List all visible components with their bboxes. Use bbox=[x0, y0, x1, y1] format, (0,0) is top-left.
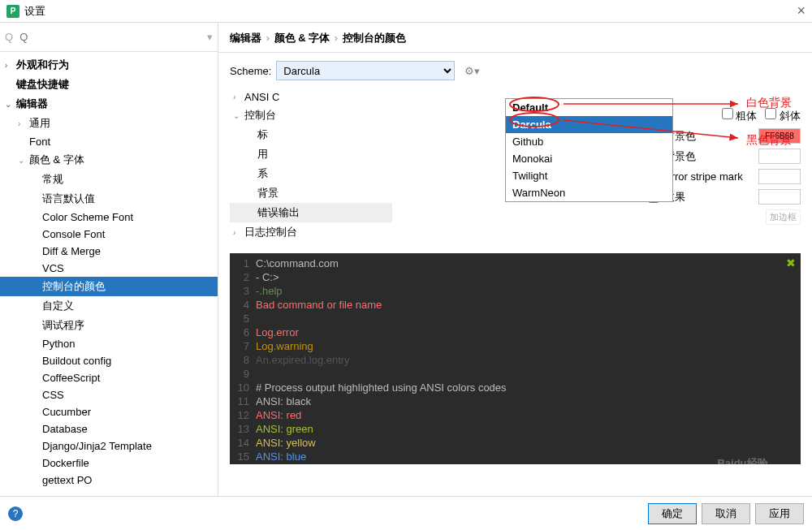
sidebar-item[interactable]: ⌄编辑器 bbox=[0, 94, 218, 114]
help-icon[interactable]: ? bbox=[8, 506, 23, 521]
scheme-option[interactable]: Github bbox=[506, 133, 672, 150]
sidebar-item[interactable]: 控制台的颜色 bbox=[0, 277, 218, 296]
apply-button[interactable]: 应用 bbox=[755, 503, 804, 524]
sidebar-item[interactable]: 常规 bbox=[0, 170, 218, 189]
sidebar-item[interactable]: 调试程序 bbox=[0, 316, 218, 335]
footer: ? 确定 取消 应用 bbox=[0, 496, 812, 530]
scheme-option[interactable]: Default bbox=[506, 99, 672, 116]
scheme-select[interactable]: Darcula bbox=[276, 61, 455, 80]
content-panel: 编辑器 › 颜色 & 字体 › 控制台的颜色 Scheme: Darcula ⚙… bbox=[218, 23, 812, 496]
scheme-option[interactable]: Monokai bbox=[506, 150, 672, 167]
sidebar-item[interactable]: 语言默认值 bbox=[0, 189, 218, 209]
annotation-black: 黑色背景 bbox=[746, 133, 792, 148]
scheme-label: Scheme: bbox=[230, 65, 271, 77]
sidebar-item[interactable]: Django/Jinja2 Template bbox=[0, 437, 218, 455]
console-preview: ✖ 1C:\command.com2- C:>3-.help4Bad comma… bbox=[230, 253, 801, 464]
window-title: 设置 bbox=[24, 4, 45, 19]
sidebar-item[interactable]: Font bbox=[0, 133, 218, 150]
category-item[interactable]: 错误输出 bbox=[230, 203, 392, 222]
sidebar-item[interactable]: Console Font bbox=[0, 226, 218, 243]
annotation-white: 白色背景 bbox=[746, 96, 792, 110]
gear-icon[interactable]: ⚙▾ bbox=[464, 65, 480, 77]
category-item[interactable]: 标 bbox=[230, 125, 392, 144]
cancel-button[interactable]: 取消 bbox=[702, 503, 750, 524]
preview-close-icon[interactable]: ✖ bbox=[786, 256, 796, 269]
scheme-option[interactable]: Twilight bbox=[506, 167, 672, 184]
sidebar-item[interactable]: ⌄颜色 & 字体 bbox=[0, 150, 218, 170]
sidebar-item[interactable]: Diff & Merge bbox=[0, 243, 218, 260]
close-icon[interactable]: × bbox=[797, 2, 806, 19]
titlebar: P 设置 × bbox=[0, 0, 812, 23]
search-icon: Q bbox=[5, 31, 13, 43]
bg-swatch[interactable] bbox=[758, 149, 801, 164]
sidebar-item[interactable]: VCS bbox=[0, 260, 218, 277]
category-item[interactable]: ⌄控制台 bbox=[230, 106, 392, 125]
app-icon: P bbox=[6, 5, 19, 18]
sidebar-item[interactable]: ›外观和行为 bbox=[0, 55, 218, 75]
sidebar-item[interactable]: Cucumber bbox=[0, 403, 218, 420]
category-item[interactable]: 系 bbox=[230, 164, 392, 183]
sidebar-item[interactable]: gettext PO bbox=[0, 472, 218, 489]
scheme-dropdown[interactable]: DefaultDarculaGithubMonokaiTwilightWarmN… bbox=[505, 98, 673, 202]
effect-type[interactable]: 加边框 bbox=[766, 209, 801, 225]
breadcrumb: 编辑器 › 颜色 & 字体 › 控制台的颜色 bbox=[218, 23, 812, 53]
settings-tree[interactable]: ›外观和行为键盘快捷键⌄编辑器›通用Font⌄颜色 & 字体常规语言默认值Col… bbox=[0, 52, 218, 496]
sidebar-item[interactable]: CoffeeScript bbox=[0, 369, 218, 386]
search-box[interactable]: Q ▾ bbox=[0, 23, 218, 52]
search-dropdown-icon[interactable]: ▾ bbox=[207, 31, 213, 43]
sidebar-item[interactable]: CSS bbox=[0, 386, 218, 403]
sidebar-item[interactable]: Python bbox=[0, 335, 218, 352]
sidebar-item[interactable]: Buildout config bbox=[0, 352, 218, 369]
sidebar-item[interactable]: Database bbox=[0, 420, 218, 437]
search-input[interactable] bbox=[16, 28, 207, 46]
sidebar-item[interactable]: Color Scheme Font bbox=[0, 209, 218, 226]
category-item[interactable]: ›日志控制台 bbox=[230, 222, 392, 242]
scheme-option[interactable]: WarmNeon bbox=[506, 184, 672, 201]
category-item[interactable]: 背景 bbox=[230, 183, 392, 203]
category-tree[interactable]: ›ANSI C⌄控制台标用系背景错误输出›日志控制台 bbox=[230, 88, 392, 242]
stripe-swatch[interactable] bbox=[758, 169, 801, 184]
sidebar-item[interactable]: 自定义 bbox=[0, 296, 218, 316]
scheme-option[interactable]: Darcula bbox=[506, 116, 672, 133]
sidebar-item[interactable]: 键盘快捷键 bbox=[0, 75, 218, 94]
sidebar-item[interactable]: ›通用 bbox=[0, 114, 218, 133]
effect-swatch[interactable] bbox=[758, 189, 801, 205]
category-item[interactable]: 用 bbox=[230, 144, 392, 164]
ok-button[interactable]: 确定 bbox=[648, 503, 697, 524]
category-item[interactable]: ›ANSI C bbox=[230, 88, 392, 106]
sidebar: Q ▾ ›外观和行为键盘快捷键⌄编辑器›通用Font⌄颜色 & 字体常规语言默认… bbox=[0, 23, 218, 496]
sidebar-item[interactable]: Dockerfile bbox=[0, 455, 218, 472]
